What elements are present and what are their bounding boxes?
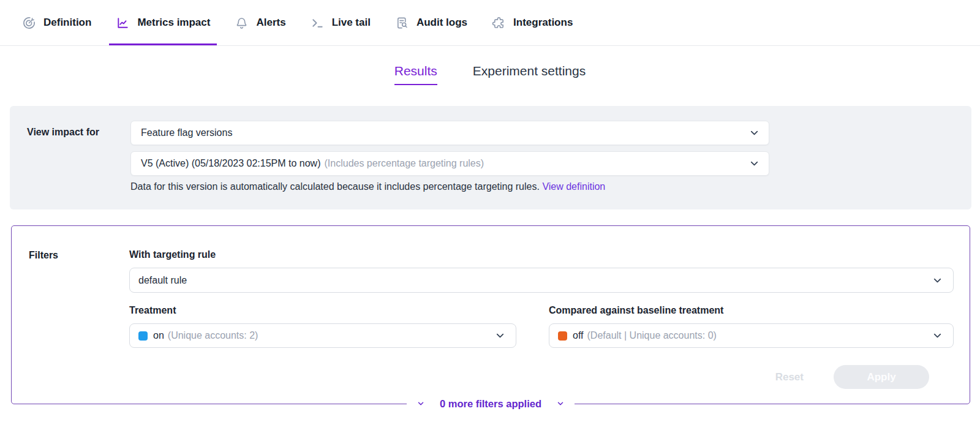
- tab-live-tail[interactable]: Live tail: [304, 0, 377, 45]
- secondary-tabs: Results Experiment settings: [0, 64, 980, 85]
- tab-label: Metrics impact: [137, 17, 210, 29]
- tab-label: Audit logs: [417, 17, 467, 29]
- baseline-label: Compared against baseline treatment: [549, 305, 723, 316]
- filters-title: Filters: [29, 250, 58, 261]
- view-impact-panel: View impact for Feature flag versions V5…: [10, 106, 971, 209]
- targeting-rule-label: With targeting rule: [129, 249, 216, 260]
- reset-button[interactable]: Reset: [775, 371, 804, 383]
- more-filters-toggle[interactable]: 0 more filters applied: [407, 396, 575, 411]
- puzzle-icon: [492, 16, 506, 30]
- apply-button[interactable]: Apply: [834, 365, 929, 389]
- tab-label: Live tail: [332, 17, 371, 29]
- treatment-color-swatch: [138, 331, 148, 341]
- metrics-icon: [116, 16, 130, 30]
- treatment-value: on: [153, 330, 164, 341]
- tab-label: Definition: [43, 17, 91, 29]
- baseline-value: off: [573, 330, 584, 341]
- version-note: Data for this version is automatically c…: [130, 181, 769, 192]
- chevron-down-icon: [748, 127, 760, 139]
- chevron-down-icon: [932, 274, 943, 286]
- baseline-select[interactable]: off (Default | Unique accounts: 0): [549, 323, 954, 348]
- metrics-impact-page: Definition Metrics impact Alerts: [0, 0, 980, 422]
- baseline-meta: (Default | Unique accounts: 0): [587, 330, 717, 341]
- tab-alerts[interactable]: Alerts: [228, 0, 292, 45]
- tab-label: Integrations: [513, 17, 573, 29]
- impact-type-select[interactable]: Feature flag versions: [130, 121, 769, 145]
- tab-metrics-impact[interactable]: Metrics impact: [109, 0, 217, 45]
- impact-type-value: Feature flag versions: [141, 127, 232, 138]
- version-meta: (Includes percentage targeting rules): [325, 158, 484, 169]
- top-navigation: Definition Metrics impact Alerts: [0, 0, 980, 46]
- baseline-color-swatch: [558, 331, 567, 341]
- chevron-down-icon: [556, 399, 565, 408]
- targeting-rule-select[interactable]: default rule: [129, 268, 954, 293]
- treatment-label: Treatment: [129, 305, 176, 316]
- tab-label: Alerts: [256, 17, 285, 29]
- view-impact-label: View impact for: [27, 121, 130, 192]
- targeting-rule-value: default rule: [138, 275, 187, 286]
- filters-panel: Filters With targeting rule default rule…: [11, 225, 970, 404]
- filter-actions: Reset Apply: [775, 365, 929, 389]
- view-definition-link[interactable]: View definition: [542, 181, 605, 192]
- tab-results[interactable]: Results: [394, 64, 437, 85]
- chevron-down-icon: [932, 330, 943, 342]
- tab-definition[interactable]: Definition: [15, 0, 98, 45]
- more-filters-label: 0 more filters applied: [440, 398, 541, 410]
- bell-icon: [235, 16, 249, 30]
- chevron-down-icon: [417, 399, 425, 408]
- version-note-text: Data for this version is automatically c…: [130, 181, 540, 192]
- version-value: V5 (Active) (05/18/2023 02:15PM to now): [141, 158, 321, 169]
- tab-integrations[interactable]: Integrations: [485, 0, 579, 45]
- chevron-down-icon: [748, 158, 760, 170]
- chevron-down-icon: [494, 330, 506, 342]
- terminal-icon: [311, 16, 325, 30]
- goal-icon: [22, 16, 36, 30]
- version-select[interactable]: V5 (Active) (05/18/2023 02:15PM to now) …: [130, 151, 769, 176]
- audit-log-icon: [395, 16, 409, 30]
- tab-audit-logs[interactable]: Audit logs: [388, 0, 474, 45]
- treatment-meta: (Unique accounts: 2): [168, 330, 258, 341]
- treatment-select[interactable]: on (Unique accounts: 2): [129, 323, 516, 348]
- tab-experiment-settings[interactable]: Experiment settings: [473, 64, 586, 85]
